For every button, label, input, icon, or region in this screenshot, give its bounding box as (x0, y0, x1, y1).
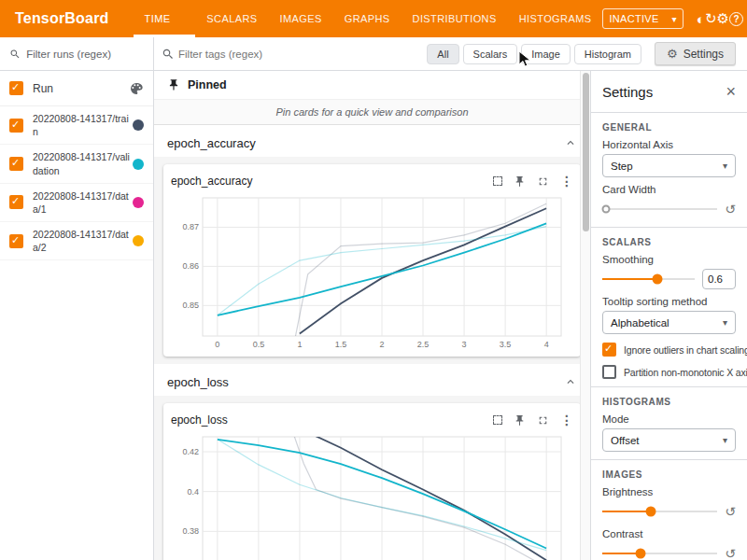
scrollbar-thumb[interactable] (583, 73, 589, 231)
tab-time-series[interactable]: TIME SERIES (134, 0, 196, 37)
chevron-down-icon: ▾ (672, 14, 677, 24)
chevron-up-icon[interactable] (564, 375, 577, 388)
scalars-heading: SCALARS (602, 237, 736, 247)
brightness-slider[interactable] (602, 511, 717, 512)
pin-card-icon[interactable] (514, 414, 526, 427)
main-scrollbar (580, 71, 590, 560)
gear-icon: ⚙ (667, 47, 678, 61)
slider-thumb[interactable] (653, 274, 663, 285)
smoothing-slider[interactable] (602, 278, 695, 280)
reload-status-select[interactable]: INACTIVE ▾ (602, 8, 683, 29)
tab-scalars[interactable]: SCALARS (195, 0, 268, 37)
tab-distributions[interactable]: DISTRIBUTIONS (402, 0, 508, 37)
tooltip-sorting-select[interactable]: Alphabetical ▾ (602, 311, 736, 334)
svg-text:3: 3 (462, 340, 467, 349)
smoothing-value-input[interactable] (702, 269, 736, 289)
mode-label: Mode (602, 413, 736, 425)
chip-all[interactable]: All (427, 44, 458, 64)
svg-text:0.4: 0.4 (187, 487, 199, 497)
pin-card-icon[interactable] (514, 175, 526, 188)
main-nav: TIME SERIES SCALARS IMAGES GRAPHS DISTRI… (134, 0, 603, 37)
card-title: epoch_accuracy (171, 175, 482, 188)
chevron-down-icon: ▾ (723, 435, 727, 445)
refresh-icon[interactable]: ↻ (705, 10, 717, 27)
section-epoch-loss[interactable]: epoch_loss (154, 368, 590, 396)
chevron-up-icon[interactable] (564, 136, 577, 149)
chevron-down-icon: ▾ (723, 161, 727, 171)
run-row-data-2[interactable]: 20220808-141317/data/2 (0, 222, 153, 260)
partition-x-axis-row[interactable]: Partition non-monotonic X axis i (602, 365, 736, 379)
more-options-icon[interactable]: ⋮ (560, 413, 573, 427)
pinned-title: Pinned (188, 78, 227, 91)
tag-toolbar: All Scalars Image Histogram ⚙ Settings (154, 37, 747, 71)
scalar-card-epoch-accuracy: epoch_accuracy ⋮ 00.511.522.533.540.850.… (163, 164, 581, 357)
ignore-outliers-row[interactable]: Ignore outliers in chart scaling (602, 343, 736, 357)
chip-image[interactable]: Image (521, 44, 571, 64)
ignore-outliers-checkbox[interactable] (602, 343, 616, 357)
fullscreen-icon[interactable] (537, 414, 549, 427)
runs-header-row: Run (0, 71, 153, 106)
filter-tags-input[interactable] (178, 49, 423, 60)
contrast-slider[interactable] (602, 553, 717, 554)
run-checkbox[interactable] (9, 234, 23, 248)
cards-area: Pinned Pin cards for a quick view and co… (154, 71, 590, 560)
run-row-data-1[interactable]: 20220808-141317/data/1 (0, 184, 153, 222)
reset-icon[interactable]: ↺ (725, 546, 736, 560)
tab-graphs[interactable]: GRAPHS (333, 0, 402, 37)
run-color-dot (133, 119, 144, 131)
run-name: 20220808-141317/validation (33, 150, 133, 176)
tab-images[interactable]: IMAGES (269, 0, 333, 37)
run-name: 20220808-141317/train (33, 112, 133, 138)
run-checkbox[interactable] (9, 157, 23, 171)
chevron-down-icon: ▾ (723, 317, 727, 328)
run-checkbox[interactable] (9, 119, 23, 133)
card-zone: epoch_accuracy ⋮ 00.511.522.533.540.850.… (154, 157, 590, 364)
run-row-validation[interactable]: 20220808-141317/validation (0, 145, 153, 183)
runs-sidebar: Run 20220808-141317/train 20220808-14131… (0, 37, 154, 560)
run-checkbox[interactable] (9, 195, 23, 209)
svg-text:0.86: 0.86 (182, 261, 199, 271)
fit-to-domain-icon[interactable] (493, 415, 502, 425)
partition-x-axis-checkbox[interactable] (602, 365, 616, 379)
run-color-dot (133, 159, 144, 170)
section-title: epoch_loss (167, 375, 229, 389)
settings-button[interactable]: ⚙ Settings (655, 42, 736, 65)
slider-thumb[interactable] (601, 205, 610, 214)
more-options-icon[interactable]: ⋮ (560, 174, 573, 189)
histogram-mode-select[interactable]: Offset ▾ (602, 428, 736, 452)
svg-text:0: 0 (215, 340, 219, 349)
svg-text:4: 4 (544, 340, 549, 349)
theme-toggle-icon[interactable]: ◐ (697, 11, 705, 27)
svg-text:0.38: 0.38 (182, 526, 199, 536)
reset-icon[interactable]: ↺ (725, 504, 736, 519)
section-epoch-accuracy[interactable]: epoch_accuracy (154, 129, 590, 157)
horizontal-axis-label: Horizontal Axis (602, 139, 736, 150)
pinned-section-header: Pinned (154, 71, 590, 99)
settings-title: Settings (602, 84, 653, 100)
smoothing-label: Smoothing (602, 254, 736, 265)
gear-icon[interactable]: ⚙ (717, 10, 729, 27)
filter-runs-input[interactable] (26, 49, 144, 60)
contrast-label: Contrast (602, 528, 736, 539)
chip-scalars[interactable]: Scalars (463, 44, 518, 64)
search-icon (9, 48, 21, 61)
slider-thumb[interactable] (635, 549, 645, 559)
filter-runs-box (0, 37, 153, 71)
reset-icon[interactable]: ↺ (725, 202, 736, 217)
fit-to-domain-icon[interactable] (493, 176, 502, 186)
horizontal-axis-select[interactable]: Step ▾ (602, 154, 736, 177)
chip-histogram[interactable]: Histogram (574, 44, 641, 64)
epoch-loss-chart[interactable]: 0.360.380.40.42 (171, 431, 571, 560)
slider-thumb[interactable] (645, 507, 655, 517)
fullscreen-icon[interactable] (537, 175, 549, 188)
card-title: epoch_loss (171, 413, 482, 427)
images-heading: IMAGES (602, 469, 736, 480)
card-width-slider[interactable] (602, 208, 717, 210)
epoch-accuracy-chart[interactable]: 00.511.522.533.540.850.860.87 (171, 192, 571, 351)
tab-histograms[interactable]: HISTOGRAMS (508, 0, 603, 37)
close-icon[interactable]: × (726, 83, 736, 100)
run-row-train[interactable]: 20220808-141317/train (0, 106, 153, 145)
select-all-runs-checkbox[interactable] (9, 81, 23, 95)
svg-text:1: 1 (297, 340, 302, 349)
help-icon[interactable]: ? (729, 12, 743, 26)
